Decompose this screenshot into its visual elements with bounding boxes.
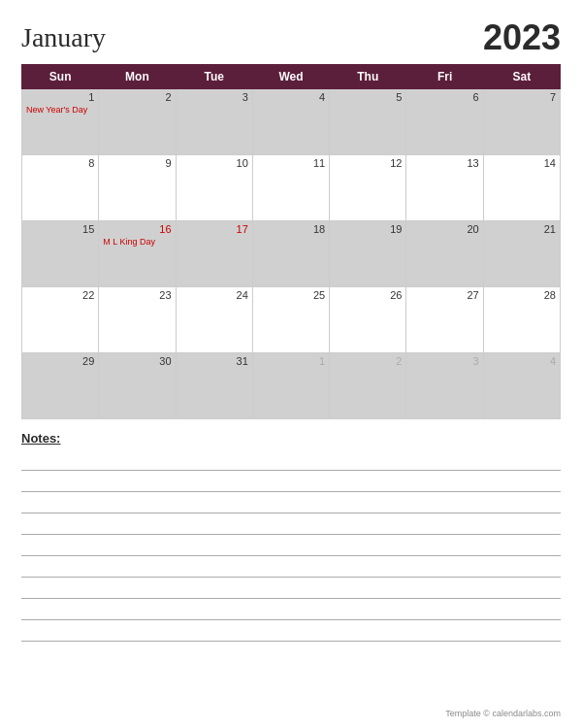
calendar-cell: 4 [252,89,329,155]
calendar-cell: 15 [22,221,99,287]
day-header-wed: Wed [252,65,329,89]
day-header-thu: Thu [330,65,406,89]
date-number: 20 [410,223,478,235]
date-number: 9 [103,157,171,169]
date-number: 22 [26,289,94,301]
week-row-3: 1516M L King Day1718192021 [22,221,561,287]
calendar-page: January 2023 SunMonTueWedThuFriSat 1New … [0,0,582,728]
calendar-cell: 28 [483,287,560,353]
calendar-cell: 8 [22,155,99,221]
calendar-cell: 18 [252,221,329,287]
day-header-tue: Tue [176,65,252,89]
notes-line [21,556,561,578]
date-number: 7 [488,91,556,103]
calendar-cell: 1New Year's Day [22,89,99,155]
calendar-cell: 3 [406,353,483,419]
calendar-cell: 11 [252,155,329,221]
calendar-cell: 27 [406,287,483,353]
day-header-fri: Fri [406,65,483,89]
date-number: 26 [334,289,402,301]
date-number: 14 [488,157,556,169]
calendar-cell: 12 [330,155,406,221]
date-number: 8 [26,157,94,169]
calendar-cell: 10 [176,155,252,221]
date-number: 2 [334,355,402,367]
date-number: 10 [180,157,248,169]
date-number: 4 [488,355,556,367]
date-number: 1 [257,355,325,367]
year-title: 2023 [483,17,561,58]
date-number: 19 [334,223,402,235]
calendar-cell: 1 [252,353,329,419]
calendar-cell: 25 [252,287,329,353]
day-header-sun: Sun [22,65,99,89]
week-row-2: 891011121314 [22,155,561,221]
date-number: 2 [103,91,171,103]
calendar-cell: 24 [176,287,252,353]
notes-line [21,449,561,471]
day-header-row: SunMonTueWedThuFriSat [22,65,561,89]
holiday-label: M L King Day [103,237,171,248]
calendar-cell: 3 [176,89,252,155]
calendar-cell: 23 [99,287,176,353]
calendar-cell: 4 [483,353,560,419]
calendar-cell: 9 [99,155,176,221]
notes-line [21,578,561,599]
notes-line [21,513,561,535]
calendar-cell: 14 [483,155,560,221]
calendar-cell: 13 [406,155,483,221]
notes-line [21,535,561,556]
calendar-cell: 30 [99,353,176,419]
notes-line [21,620,561,642]
calendar-cell: 17 [176,221,252,287]
footer: Template © calendarlabs.com [21,709,561,718]
date-number: 16 [103,223,171,235]
week-row-5: 2930311234 [22,353,561,419]
holiday-label: New Year's Day [26,105,94,116]
day-header-mon: Mon [99,65,176,89]
date-number: 11 [257,157,325,169]
date-number: 4 [257,91,325,103]
date-number: 13 [410,157,478,169]
date-number: 3 [410,355,478,367]
date-number: 1 [26,91,94,103]
calendar-cell: 22 [22,287,99,353]
date-number: 5 [334,91,402,103]
calendar-cell: 20 [406,221,483,287]
date-number: 31 [180,355,248,367]
date-number: 29 [26,355,94,367]
calendar-cell: 29 [22,353,99,419]
calendar-cell: 21 [483,221,560,287]
week-row-4: 22232425262728 [22,287,561,353]
date-number: 6 [410,91,478,103]
notes-lines [21,449,561,642]
date-number: 27 [410,289,478,301]
date-number: 24 [180,289,248,301]
notes-line [21,492,561,513]
calendar-header: January 2023 [21,17,561,58]
date-number: 15 [26,223,94,235]
calendar-cell: 16M L King Day [99,221,176,287]
date-number: 23 [103,289,171,301]
date-number: 25 [257,289,325,301]
calendar-cell: 5 [330,89,406,155]
date-number: 30 [103,355,171,367]
calendar-cell: 7 [483,89,560,155]
calendar-table: SunMonTueWedThuFriSat 1New Year's Day234… [21,64,561,419]
calendar-cell: 2 [99,89,176,155]
week-row-1: 1New Year's Day234567 [22,89,561,155]
calendar-cell: 6 [406,89,483,155]
date-number: 18 [257,223,325,235]
notes-line [21,471,561,492]
notes-section: Notes: [21,431,561,705]
date-number: 3 [180,91,248,103]
date-number: 17 [180,223,248,235]
calendar-cell: 2 [330,353,406,419]
calendar-cell: 26 [330,287,406,353]
date-number: 12 [334,157,402,169]
day-header-sat: Sat [483,65,560,89]
month-title: January [21,22,106,53]
calendar-cell: 19 [330,221,406,287]
calendar-cell: 31 [176,353,252,419]
notes-line [21,599,561,620]
